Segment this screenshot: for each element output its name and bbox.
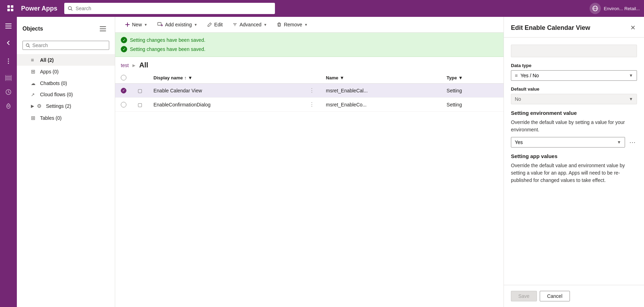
svg-rect-0: [7, 5, 10, 8]
svg-rect-15: [5, 75, 12, 77]
rocket-icon[interactable]: [2, 100, 15, 112]
row1-display-name[interactable]: Enable Calendar View: [148, 84, 303, 98]
row1-type: Setting: [441, 84, 504, 98]
sidebar-search-input[interactable]: [32, 43, 106, 48]
global-search-box[interactable]: [64, 3, 275, 14]
svg-rect-22: [100, 31, 106, 31]
data-type-lines-icon: ≡: [515, 73, 518, 78]
th-display-name[interactable]: Display name ↑ ▼: [148, 72, 303, 84]
svg-point-23: [26, 44, 29, 46]
sidebar-item-cloudflows[interactable]: ↗ Cloud flows (0): [17, 89, 115, 100]
th-name[interactable]: Name ▼: [320, 72, 441, 84]
data-type-value-container: ≡ Yes / No: [515, 73, 539, 78]
row1-more-icon[interactable]: ⋮: [309, 87, 315, 93]
save-button[interactable]: Save: [511, 291, 537, 301]
setting-env-section: Setting environment value Override the d…: [511, 110, 637, 148]
name-sort-icon[interactable]: ▼: [340, 75, 344, 80]
toolbar: New ▼ Add existing ▼ Edit: [115, 17, 504, 33]
type-sort[interactable]: Type ▼: [447, 75, 498, 80]
svg-point-14: [8, 63, 9, 64]
waffle-icon[interactable]: [4, 2, 17, 15]
row1-name: msret_EnableCal...: [320, 84, 441, 98]
env-value: Yes: [515, 139, 523, 145]
remove-chevron: ▼: [304, 23, 308, 27]
sidebar-item-apps[interactable]: ⊞ Apps (0): [17, 66, 115, 78]
panel-title: Edit Enable Calendar View: [511, 24, 590, 32]
sidebar-item-settings[interactable]: ▶ ⚙ Settings (2): [17, 100, 115, 112]
default-value-select[interactable]: No ▼: [511, 94, 637, 104]
sidebar-item-chatbots[interactable]: ☁ Chatbots (0): [17, 78, 115, 89]
collapse-icon[interactable]: [2, 20, 15, 32]
table-row[interactable]: ✓ ▢ Enable Calendar View ⋮ msret_EnableC…: [115, 84, 504, 98]
svg-rect-10: [5, 26, 12, 26]
row2-checkbox[interactable]: [121, 102, 126, 107]
svg-rect-11: [5, 28, 12, 28]
env-value-more[interactable]: ⋯: [628, 137, 637, 148]
setting-app-desc: Override the default value and environme…: [511, 162, 637, 184]
table-row[interactable]: ▢ EnableConfirmationDialog ⋮ msret_Enabl…: [115, 98, 504, 112]
edit-button[interactable]: Edit: [203, 20, 227, 30]
cancel-button[interactable]: Cancel: [540, 291, 570, 301]
more-icon[interactable]: [2, 55, 15, 67]
panel-close-button[interactable]: ✕: [629, 22, 637, 33]
sidebar-nav: ≡ All (2) ⊞ Apps (0) ☁ Chatbots (0) ↗ Cl…: [17, 53, 115, 307]
env-value-chevron: ▼: [617, 140, 621, 145]
check-circle-1: ✓: [121, 37, 127, 43]
name-sort[interactable]: Name ▼: [326, 75, 435, 80]
svg-rect-3: [11, 9, 13, 11]
breadcrumb-parent[interactable]: test: [121, 63, 129, 68]
sidebar-collapse-btn[interactable]: [97, 22, 109, 35]
th-type[interactable]: Type ▼: [441, 72, 504, 84]
default-value: No: [515, 96, 521, 102]
row2-more-icon[interactable]: ⋮: [309, 102, 315, 107]
advanced-button[interactable]: Advanced ▼: [228, 20, 271, 30]
setting-app-title: Setting app values: [511, 153, 637, 159]
type-sort-icon[interactable]: ▼: [458, 75, 463, 80]
th-icon: [132, 72, 148, 84]
add-existing-chevron: ▼: [194, 23, 197, 27]
data-type-select[interactable]: ≡ Yes / No ▼: [511, 70, 637, 81]
svg-line-24: [29, 46, 30, 47]
right-panel: Edit Enable Calendar View ✕ Data type ≡ …: [504, 17, 644, 307]
back-icon[interactable]: [2, 37, 15, 49]
settings-icon: ⚙: [37, 103, 43, 109]
table-container: Display name ↑ ▼ Name ▼: [115, 72, 504, 307]
panel-header: Edit Enable Calendar View ✕: [504, 17, 644, 38]
main-content: New ▼ Add existing ▼ Edit: [115, 17, 504, 307]
advanced-icon: [232, 22, 237, 27]
env-text: Environ... Retail...: [604, 6, 640, 11]
sidebar-item-all[interactable]: ≡ All (2): [17, 54, 115, 66]
setting-env-desc: Override the default value by setting a …: [511, 119, 637, 133]
default-value-label: Default value: [511, 86, 637, 92]
sort-filter-icon[interactable]: ▼: [188, 75, 192, 80]
row1-setting-icon: ▢: [138, 88, 142, 93]
row2-setting-icon: ▢: [138, 102, 142, 107]
list-icon[interactable]: [2, 72, 15, 84]
row2-display-name[interactable]: EnableConfirmationDialog: [148, 98, 303, 112]
icon-bar: [0, 17, 17, 307]
edit-icon: [207, 22, 212, 27]
env-value-select[interactable]: Yes ▼: [511, 137, 625, 148]
remove-icon: [277, 22, 282, 27]
header-checkbox[interactable]: [121, 75, 126, 80]
row2-name: msret_EnableCo...: [320, 98, 441, 112]
search-input[interactable]: [75, 6, 271, 11]
svg-point-19: [8, 105, 9, 107]
data-type-chevron: ▼: [629, 73, 633, 78]
new-button[interactable]: New ▼: [121, 20, 152, 30]
sidebar-item-label-settings: Settings (2): [46, 103, 109, 109]
sidebar-item-label-cloudflows: Cloud flows (0): [40, 92, 109, 97]
tables-icon: ⊞: [31, 115, 37, 121]
panel-footer: Save Cancel: [504, 285, 644, 307]
sidebar-item-tables[interactable]: ⊞ Tables (0): [17, 112, 115, 124]
svg-rect-1: [11, 5, 13, 8]
history-icon[interactable]: [2, 86, 15, 98]
row1-checkbox-cell: ✓: [115, 84, 132, 98]
display-name-sort[interactable]: Display name ↑ ▼: [153, 75, 298, 80]
remove-button[interactable]: Remove ▼: [272, 20, 312, 30]
add-existing-button[interactable]: Add existing ▼: [153, 20, 202, 30]
sidebar-search-box[interactable]: [22, 41, 109, 50]
svg-rect-20: [100, 26, 106, 27]
data-type-field: Data type ≡ Yes / No ▼: [511, 63, 637, 81]
row1-checkbox[interactable]: ✓: [121, 88, 126, 93]
